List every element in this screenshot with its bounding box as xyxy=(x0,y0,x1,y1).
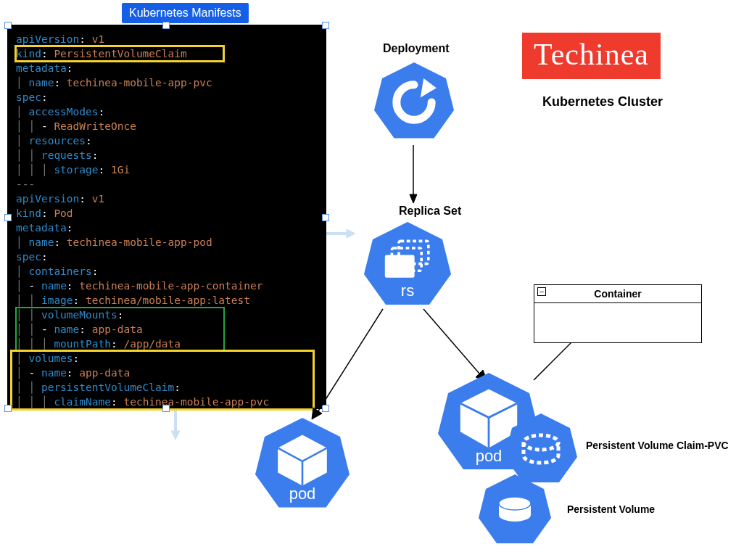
arrow-diag-left-icon xyxy=(305,305,392,421)
svg-point-20 xyxy=(524,435,558,450)
diagram-canvas: Kubernetes Manifests apiVersion: v1 kind… xyxy=(0,0,736,560)
pv-label: Persistent Volume xyxy=(567,503,655,515)
deployment-label: Deployment xyxy=(383,42,450,55)
faint-arrow-down-icon xyxy=(168,411,183,440)
brand-text: Techinea xyxy=(534,38,649,71)
selection-handle[interactable] xyxy=(4,405,12,412)
pvc-label: Persistent Volume Claim-PVC xyxy=(586,440,729,451)
rs-text: rs xyxy=(364,281,451,300)
svg-marker-11 xyxy=(312,408,322,419)
container-header: Container xyxy=(534,285,701,303)
selection-handle[interactable] xyxy=(4,214,12,221)
replicaset-icon: rs xyxy=(364,222,451,309)
svg-line-12 xyxy=(423,309,480,374)
replicaset-label: Replica Set xyxy=(399,205,461,218)
selection-handle[interactable] xyxy=(322,214,329,221)
manifests-tab: Kubernetes Manifests xyxy=(122,3,249,23)
cluster-label: Kubernetes Cluster xyxy=(542,94,663,110)
leaf-icon xyxy=(591,17,608,33)
svg-marker-1 xyxy=(347,229,355,238)
svg-rect-9 xyxy=(385,255,415,278)
faint-arrow-right-icon xyxy=(326,226,355,241)
yaml-code: apiVersion: v1 kind: PersistentVolumeCla… xyxy=(7,25,326,409)
svg-marker-3 xyxy=(171,431,180,440)
deployment-icon xyxy=(374,62,454,142)
arrow-down-icon xyxy=(406,145,421,203)
selection-handle[interactable] xyxy=(4,22,12,29)
code-block-wrapper: apiVersion: v1 kind: PersistentVolumeCla… xyxy=(7,25,326,409)
container-box: – Container xyxy=(534,284,702,343)
container-body xyxy=(534,303,701,342)
collapse-icon[interactable]: – xyxy=(537,287,546,296)
selection-handle[interactable] xyxy=(162,22,170,29)
svg-marker-4 xyxy=(421,78,437,97)
svg-marker-6 xyxy=(410,194,417,203)
cylinder-icon xyxy=(479,474,551,547)
brand-logo: Techinea xyxy=(522,33,661,79)
pod-icon: pod xyxy=(255,418,350,512)
selection-handle[interactable] xyxy=(322,22,329,29)
svg-line-10 xyxy=(318,309,383,412)
refresh-icon xyxy=(374,62,454,142)
pv-icon xyxy=(479,474,551,547)
pod-text: pod xyxy=(255,485,350,503)
arrow-diag-right-icon xyxy=(421,305,493,384)
